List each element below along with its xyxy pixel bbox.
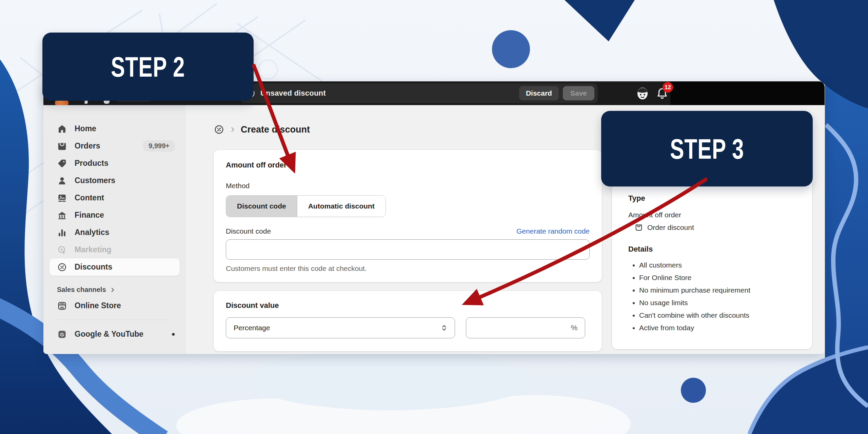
page-title: Create discount — [241, 124, 310, 135]
content-media-icon — [57, 193, 67, 203]
step-2-label: STEP 2 — [111, 51, 185, 83]
sidebar-item-home[interactable]: Home — [50, 120, 180, 137]
sidebar-item-orders[interactable]: Orders 9,999+ — [50, 137, 180, 155]
sidebar-item-discounts[interactable]: Discounts — [50, 258, 180, 276]
step-3-callout: STEP 3 — [601, 111, 813, 186]
save-button[interactable]: Save — [563, 86, 594, 100]
tutorial-canvas: Unsaved discount Discard Save 12 — [0, 0, 868, 434]
sales-channels-header[interactable]: Sales channels — [57, 286, 180, 294]
value-amount-input[interactable] — [474, 323, 571, 332]
google-youtube-icon: G — [57, 329, 67, 339]
accent-circle-top — [492, 30, 530, 68]
value-type-select[interactable]: Percentage — [226, 317, 455, 338]
topbar-blackout-region — [670, 81, 825, 105]
sidebar-item-content[interactable]: Content — [50, 189, 180, 206]
step-2-callout: STEP 2 — [42, 33, 254, 101]
summary-card: Type Amount off order Order discount Det… — [612, 180, 812, 349]
unsaved-label: Unsaved discount — [260, 89, 326, 98]
sidebar-divider — [57, 320, 169, 320]
discount-code-helper: Customers must enter this code at checko… — [226, 264, 590, 273]
subtype-row: Order discount — [628, 223, 796, 232]
type-value: Amount off order — [628, 211, 796, 219]
detail-item: No minimum purchase requirement — [639, 286, 796, 294]
discount-value-card: Discount value Percentage % — [214, 291, 602, 351]
chevron-right-icon — [229, 126, 236, 133]
step-3-label: STEP 3 — [670, 133, 744, 165]
discard-button[interactable]: Discard — [519, 86, 559, 100]
percent-suffix: % — [571, 323, 577, 332]
sidebar-item-customers[interactable]: Customers — [50, 172, 180, 189]
home-icon — [57, 124, 67, 134]
type-label: Type — [628, 194, 796, 203]
detail-item: Can't combine with other discounts — [639, 311, 796, 319]
sidebar: Home Orders 9,999+ Products — [43, 105, 186, 354]
generate-random-code-link[interactable]: Generate random code — [516, 227, 590, 235]
save-bar-actions: Discard Save — [519, 86, 594, 100]
method-option-automatic-discount[interactable]: Automatic discount — [297, 196, 386, 217]
marketing-target-icon — [57, 245, 67, 255]
details-list: All customers For Online Store No minimu… — [628, 261, 796, 332]
select-updown-icon — [440, 323, 449, 332]
detail-item: No usage limits — [639, 299, 796, 307]
details-label: Details — [628, 245, 796, 254]
sidebar-item-marketing[interactable]: Marketing — [50, 241, 180, 258]
method-segmented-control: Discount code Automatic discount — [226, 195, 386, 217]
finance-bank-icon — [57, 210, 67, 220]
cloud-shapes — [176, 349, 631, 434]
discount-code-row: Discount code Generate random code — [226, 227, 590, 235]
sidebar-item-google-youtube[interactable]: G Google & YouTube • — [50, 326, 180, 343]
top-wedge-small — [565, 0, 635, 41]
analytics-bars-icon — [57, 228, 67, 238]
sidebar-item-online-store[interactable]: Online Store — [50, 297, 180, 314]
svg-text:G: G — [60, 331, 64, 337]
detail-item: All customers — [639, 261, 796, 269]
unsaved-changes-bar: Unsaved discount Discard Save — [240, 83, 598, 103]
discounts-badge-icon[interactable] — [214, 124, 224, 135]
value-amount-field: % — [466, 317, 585, 338]
method-option-discount-code[interactable]: Discount code — [226, 196, 297, 217]
products-tag-icon — [57, 158, 67, 169]
avatar[interactable] — [636, 86, 649, 101]
method-label: Method — [226, 182, 590, 190]
detail-item: For Online Store — [639, 274, 796, 282]
accent-circle-bottom — [681, 378, 706, 403]
chevron-right-icon — [110, 287, 116, 293]
card-title: Discount value — [226, 301, 590, 310]
orders-count-badge: 9,999+ — [143, 140, 175, 152]
sidebar-item-finance[interactable]: Finance — [50, 206, 180, 224]
orders-icon — [57, 141, 67, 151]
discount-code-input[interactable] — [226, 239, 590, 260]
sidebar-item-products[interactable]: Products — [50, 155, 180, 172]
notification-count-badge: 12 — [663, 82, 673, 93]
online-store-icon — [57, 301, 67, 311]
discount-code-label: Discount code — [226, 227, 271, 235]
discounts-badge-icon — [57, 262, 67, 272]
sidebar-item-analytics[interactable]: Analytics — [50, 224, 180, 241]
card-title: Amount off order — [226, 161, 590, 170]
amount-off-order-card: Amount off order Method Discount code Au… — [214, 150, 602, 282]
update-dot: • — [172, 330, 175, 339]
discount-value-controls: Percentage % — [226, 317, 590, 338]
order-discount-icon — [634, 223, 643, 232]
breadcrumb: Create discount — [214, 124, 310, 135]
detail-item: Active from today — [639, 324, 796, 332]
customers-person-icon — [57, 176, 67, 186]
